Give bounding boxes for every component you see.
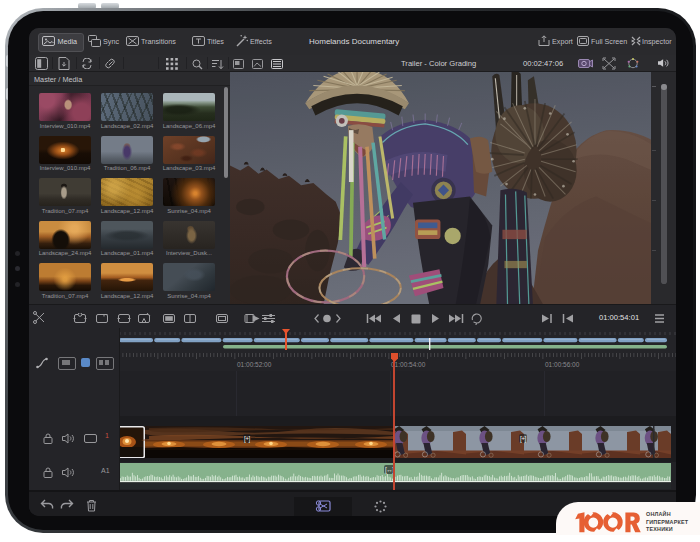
svg-text:ОНЛАЙН: ОНЛАЙН [646, 510, 671, 517]
svg-text:ГИПЕРМАРКЕТ: ГИПЕРМАРКЕТ [646, 519, 689, 525]
svg-text:ТЕХНИКИ: ТЕХНИКИ [646, 526, 673, 532]
